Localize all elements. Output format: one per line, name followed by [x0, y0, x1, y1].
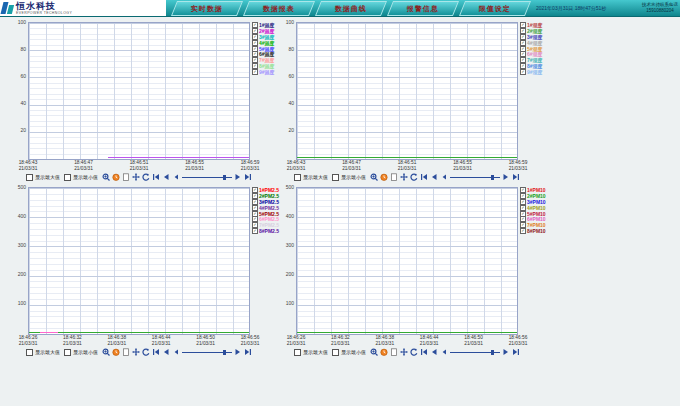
timer-icon[interactable] — [380, 348, 388, 356]
x-axis-tick: 18:46:5021/03/31 — [464, 335, 483, 346]
time-scrollbar[interactable] — [450, 175, 500, 180]
zoom-in-icon[interactable] — [102, 173, 110, 181]
first-icon[interactable] — [152, 348, 160, 356]
x-axis-tick: 18:46:4321/03/31 — [19, 160, 38, 171]
legend-item[interactable]: ✓9#湿度 — [520, 69, 543, 75]
checkbox-min[interactable] — [64, 349, 71, 356]
y-axis-tick: 80 — [2, 47, 26, 52]
next-icon[interactable] — [502, 348, 510, 356]
refresh-icon[interactable] — [142, 173, 150, 181]
logo-title: 恒水科技 — [16, 2, 72, 11]
zoom-in-icon[interactable] — [370, 348, 378, 356]
time-scrollbar-thumb[interactable] — [223, 350, 226, 355]
logo: 恒水科技 EVERPOWER TECHNOLOGY — [0, 0, 166, 16]
tab-4[interactable]: 报警信息 — [387, 1, 459, 16]
legend-item[interactable]: ✓8#PM10 — [520, 228, 546, 234]
prev-icon[interactable] — [430, 173, 438, 181]
last-icon[interactable] — [512, 173, 520, 181]
x-axis: 18:46:2621/03/3118:46:3221/03/3118:46:38… — [296, 335, 518, 347]
x-axis: 18:46:2621/03/3118:46:3221/03/3118:46:38… — [28, 335, 250, 347]
trend-panel-pm25: 500400300200100✓1#PM2.5✓2#PM2.5✓3#PM2.5✓… — [0, 185, 300, 355]
next-icon[interactable] — [234, 173, 242, 181]
first-icon[interactable] — [420, 173, 428, 181]
legend-pm10: ✓1#PM10✓2#PM10✓3#PM10✓4#PM10✓5#PM10✓6#PM… — [520, 187, 546, 234]
time-scrollbar[interactable] — [450, 350, 500, 355]
step-back-icon[interactable] — [440, 173, 448, 181]
step-back-icon[interactable] — [172, 348, 180, 356]
legend-checkbox[interactable]: ✓ — [520, 69, 526, 75]
next-icon[interactable] — [502, 173, 510, 181]
y-axis-tick: 40 — [270, 101, 294, 106]
legend-checkbox[interactable]: ✓ — [252, 69, 258, 75]
step-back-icon[interactable] — [172, 173, 180, 181]
tab-5[interactable]: 限值设定 — [459, 1, 531, 16]
page-icon[interactable] — [122, 348, 130, 356]
chart-toolbar: 显示最大值显示最小值 — [26, 347, 252, 357]
pan-icon[interactable] — [132, 173, 140, 181]
y-axis-tick: 40 — [2, 101, 26, 106]
zoom-in-icon[interactable] — [102, 348, 110, 356]
step-back-icon[interactable] — [440, 348, 448, 356]
legend-humidity: ✓1#湿度✓2#湿度✓3#湿度✓4#湿度✓5#湿度✓6#湿度✓7#湿度✓8#湿度… — [520, 22, 543, 75]
chart-toolbar: 显示最大值显示最小值 — [294, 172, 520, 182]
prev-icon[interactable] — [162, 173, 170, 181]
time-scrollbar[interactable] — [182, 350, 232, 355]
x-axis-tick: 18:46:5621/03/31 — [509, 335, 528, 346]
trend-panel-temperature: 10080604020✓1#温度✓2#温度✓3#温度✓4#温度✓5#温度✓6#温… — [0, 20, 300, 190]
zoom-in-icon[interactable] — [370, 173, 378, 181]
page-icon[interactable] — [390, 348, 398, 356]
time-scrollbar[interactable] — [182, 175, 232, 180]
next-icon[interactable] — [234, 348, 242, 356]
first-icon[interactable] — [420, 348, 428, 356]
app-window: 恒水科技 EVERPOWER TECHNOLOGY 实时数据数据报表数据曲线报警… — [0, 0, 680, 406]
series-line — [297, 157, 517, 158]
checkbox-max[interactable] — [26, 174, 33, 181]
legend-checkbox[interactable]: ✓ — [520, 228, 526, 234]
logo-subtitle: EVERPOWER TECHNOLOGY — [16, 11, 72, 15]
checkbox-max[interactable] — [294, 174, 301, 181]
tab-label: 实时数据 — [191, 4, 223, 14]
refresh-icon[interactable] — [142, 348, 150, 356]
time-scrollbar-thumb[interactable] — [223, 175, 226, 180]
tab-2[interactable]: 数据报表 — [243, 1, 315, 16]
pan-icon[interactable] — [132, 348, 140, 356]
checkbox-max[interactable] — [26, 349, 33, 356]
last-icon[interactable] — [512, 348, 520, 356]
checkbox-max-label: 显示最大值 — [303, 174, 328, 180]
x-axis-tick: 18:46:4721/03/31 — [342, 160, 361, 171]
timer-icon[interactable] — [112, 348, 120, 356]
prev-icon[interactable] — [162, 348, 170, 356]
y-axis-tick: 200 — [2, 272, 26, 277]
pan-icon[interactable] — [400, 348, 408, 356]
time-scrollbar-thumb[interactable] — [491, 175, 494, 180]
page-icon[interactable] — [122, 173, 130, 181]
refresh-icon[interactable] — [410, 348, 418, 356]
tab-3[interactable]: 数据曲线 — [315, 1, 387, 16]
y-axis-tick: 100 — [2, 301, 26, 306]
chart-plot-pm10 — [296, 187, 518, 335]
timer-icon[interactable] — [112, 173, 120, 181]
last-icon[interactable] — [244, 173, 252, 181]
logo-icon — [2, 2, 13, 14]
checkbox-max[interactable] — [294, 349, 301, 356]
checkbox-min[interactable] — [332, 174, 339, 181]
y-axis-tick: 80 — [270, 47, 294, 52]
tab-1[interactable]: 实时数据 — [171, 1, 243, 16]
first-icon[interactable] — [152, 173, 160, 181]
page-icon[interactable] — [390, 173, 398, 181]
x-axis: 18:46:4321/03/3118:46:4721/03/3118:46:51… — [296, 160, 518, 172]
prev-icon[interactable] — [430, 348, 438, 356]
time-scrollbar-thumb[interactable] — [491, 350, 494, 355]
timer-icon[interactable] — [380, 173, 388, 181]
refresh-icon[interactable] — [410, 173, 418, 181]
checkbox-min[interactable] — [332, 349, 339, 356]
x-axis-tick: 18:46:5521/03/31 — [185, 160, 204, 171]
chart-plot-humidity — [296, 22, 518, 160]
pan-icon[interactable] — [400, 173, 408, 181]
checkbox-min[interactable] — [64, 174, 71, 181]
last-icon[interactable] — [244, 348, 252, 356]
legend-checkbox[interactable]: ✓ — [252, 228, 258, 234]
y-axis-tick: 60 — [270, 74, 294, 79]
x-axis-tick: 18:46:2621/03/31 — [287, 335, 306, 346]
chart-toolbar: 显示最大值显示最小值 — [294, 347, 520, 357]
